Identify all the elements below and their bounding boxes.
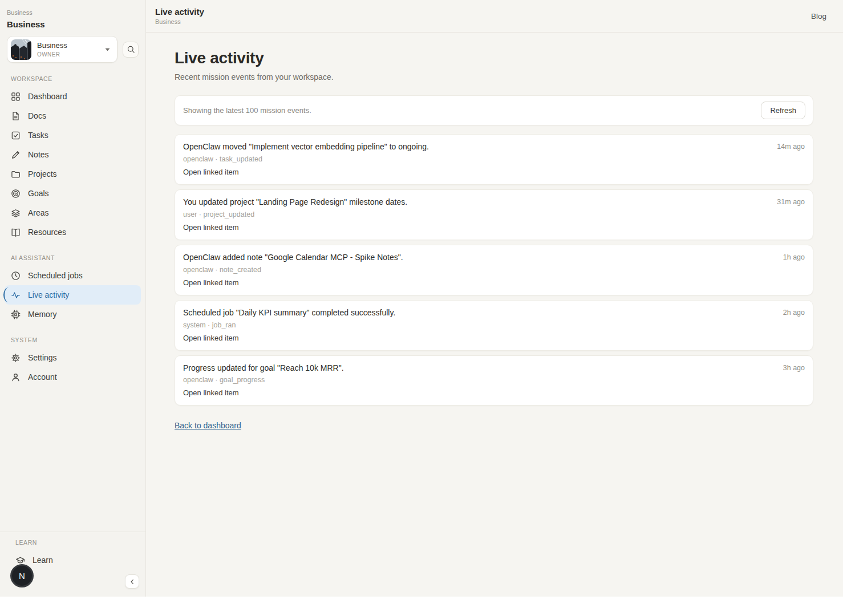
app-window: Business Business xyxy=(0,0,843,597)
projects-icon xyxy=(11,169,21,179)
activity-event-card: You updated project "Landing Page Redesi… xyxy=(175,189,813,240)
page-subtitle: Recent mission events from your workspac… xyxy=(175,72,813,82)
nav-section: AI ASSISTANTScheduled jobsLive activityM… xyxy=(0,254,145,324)
sidebar-item-label: Scheduled jobs xyxy=(28,271,83,280)
sidebar-item-label: Notes xyxy=(28,150,49,159)
section-label: SYSTEM xyxy=(5,337,141,343)
sidebar-item-label: Memory xyxy=(28,310,57,319)
event-title: OpenClaw added note "Google Calendar MCP… xyxy=(183,252,403,263)
open-linked-item-link[interactable]: Open linked item xyxy=(183,334,239,342)
learn-icon xyxy=(15,556,25,565)
memory-icon xyxy=(11,310,21,319)
user-avatar[interactable]: N xyxy=(10,564,34,587)
goals-icon xyxy=(11,189,21,198)
event-top-row: You updated project "Landing Page Redesi… xyxy=(183,197,805,208)
event-title: Progress updated for goal "Reach 10k MRR… xyxy=(183,363,344,374)
dashboard-icon xyxy=(11,92,21,102)
page-title: Live activity xyxy=(175,49,813,67)
sidebar-item-notes[interactable]: Notes xyxy=(5,145,141,164)
switcher-role-badge: OWNER xyxy=(37,51,67,58)
workspace-switcher[interactable]: Business OWNER xyxy=(7,36,117,63)
sidebar: Business Business xyxy=(0,0,146,597)
notes-icon xyxy=(11,150,21,160)
sidebar-item-settings[interactable]: Settings xyxy=(5,348,141,367)
sidebar-item-label: Account xyxy=(28,372,57,382)
sidebar-item-dashboard[interactable]: Dashboard xyxy=(5,87,141,106)
search-icon xyxy=(127,45,135,54)
header-title-block: Live activity Business xyxy=(155,7,204,25)
workspace-switcher-row: Business OWNER xyxy=(0,36,145,63)
main-header: Live activity Business Blog xyxy=(146,0,843,33)
event-timestamp: 1h ago xyxy=(783,252,805,261)
nav-section: SYSTEMSettingsAccount xyxy=(0,337,145,387)
sidebar-item-label: Projects xyxy=(28,169,57,179)
open-linked-item-link[interactable]: Open linked item xyxy=(183,223,239,232)
chevron-left-icon xyxy=(128,578,136,586)
sidebar-item-label: Settings xyxy=(28,353,57,362)
section-label: AI ASSISTANT xyxy=(5,254,141,261)
workspace-title: Business xyxy=(0,16,145,36)
open-linked-item-link[interactable]: Open linked item xyxy=(183,168,239,176)
sidebar-item-resources[interactable]: Resources xyxy=(5,222,141,242)
activity-event-card: OpenClaw added note "Google Calendar MCP… xyxy=(175,245,813,295)
event-meta: openclaw · task_updated xyxy=(183,155,805,163)
event-timestamp: 3h ago xyxy=(783,363,805,372)
event-timestamp: 31m ago xyxy=(777,197,805,206)
sidebar-item-label: Docs xyxy=(28,111,46,120)
sidebar-item-label: Areas xyxy=(28,208,49,217)
event-title: OpenClaw moved "Implement vector embeddi… xyxy=(183,141,429,152)
sidebar-item-memory[interactable]: Memory xyxy=(5,305,141,324)
section-label: WORKSPACE xyxy=(5,75,141,82)
sidebar-item-label: Goals xyxy=(28,189,49,198)
sidebar-collapse-button[interactable] xyxy=(125,574,139,589)
sidebar-item-label: Tasks xyxy=(28,131,48,140)
activity-event-card: Progress updated for goal "Reach 10k MRR… xyxy=(175,355,813,406)
back-to-dashboard-link[interactable]: Back to dashboard xyxy=(175,421,241,430)
settings-icon xyxy=(11,353,21,363)
event-top-row: Scheduled job "Daily KPI summary" comple… xyxy=(183,307,805,318)
sidebar-item-label: Dashboard xyxy=(28,92,67,101)
activity-event-card: OpenClaw moved "Implement vector embeddi… xyxy=(175,134,813,185)
event-meta: system · job_ran xyxy=(183,321,805,329)
refresh-button[interactable]: Refresh xyxy=(761,102,805,119)
docs-icon xyxy=(11,111,21,121)
activity-icon xyxy=(11,290,21,300)
sidebar-sections: WORKSPACEDashboardDocsTasksNotesProjects… xyxy=(0,75,145,387)
event-timestamp: 2h ago xyxy=(783,307,805,317)
event-title: Scheduled job "Daily KPI summary" comple… xyxy=(183,307,395,318)
event-top-row: OpenClaw moved "Implement vector embeddi… xyxy=(183,141,805,152)
areas-icon xyxy=(11,208,21,218)
switcher-text: Business OWNER xyxy=(37,41,67,58)
content: Live activity Recent mission events from… xyxy=(146,33,843,597)
event-meta: user · project_updated xyxy=(183,210,805,218)
tasks-icon xyxy=(11,131,21,140)
sidebar-item-account[interactable]: Account xyxy=(5,367,141,387)
status-bar: Showing the latest 100 mission events. R… xyxy=(175,95,813,125)
sidebar-item-areas[interactable]: Areas xyxy=(5,203,141,222)
section-label: LEARN xyxy=(9,539,136,546)
event-meta: openclaw · goal_progress xyxy=(183,376,805,384)
sidebar-item-docs[interactable]: Docs xyxy=(5,106,141,125)
sidebar-item-scheduled-jobs[interactable]: Scheduled jobs xyxy=(5,266,141,285)
switcher-workspace-name: Business xyxy=(37,41,67,50)
sidebar-item-projects[interactable]: Projects xyxy=(5,164,141,184)
sidebar-item-label: Live activity xyxy=(28,290,69,299)
event-list: OpenClaw moved "Implement vector embeddi… xyxy=(175,134,813,406)
search-button[interactable] xyxy=(123,42,139,58)
open-linked-item-link[interactable]: Open linked item xyxy=(183,388,239,397)
sidebar-item-tasks[interactable]: Tasks xyxy=(5,125,141,145)
workspace-eyebrow: Business xyxy=(0,8,145,16)
header-breadcrumb: Business xyxy=(155,18,204,25)
blog-link[interactable]: Blog xyxy=(811,12,826,21)
sidebar-item-live-activity[interactable]: Live activity xyxy=(5,285,141,305)
sidebar-item-label: Learn xyxy=(33,556,53,565)
account-icon xyxy=(11,372,21,382)
resources-icon xyxy=(11,228,21,237)
sidebar-item-goals[interactable]: Goals xyxy=(5,184,141,203)
event-title: You updated project "Landing Page Redesi… xyxy=(183,197,407,208)
header-title: Live activity xyxy=(155,7,204,17)
workspace-avatar xyxy=(11,39,31,60)
event-timestamp: 14m ago xyxy=(777,141,805,151)
event-top-row: OpenClaw added note "Google Calendar MCP… xyxy=(183,252,805,263)
open-linked-item-link[interactable]: Open linked item xyxy=(183,278,239,287)
